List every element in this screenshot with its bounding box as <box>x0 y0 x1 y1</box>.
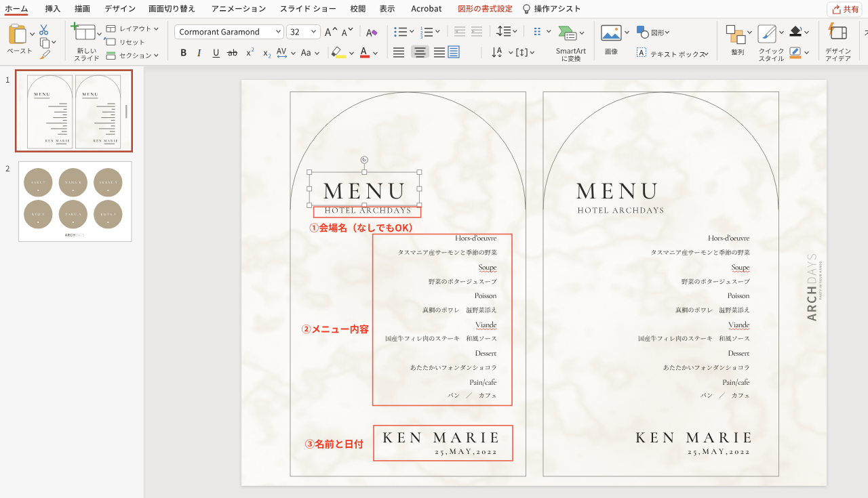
svg-text:I: I <box>197 47 201 58</box>
